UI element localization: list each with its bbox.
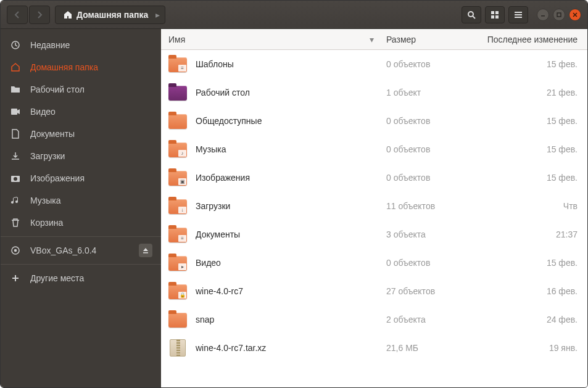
folder-icon: ↓ <box>168 197 189 215</box>
clock-icon <box>9 40 22 50</box>
chevron-right-icon: ▸ <box>153 10 162 20</box>
video-icon <box>9 107 22 117</box>
svg-rect-7 <box>515 17 522 18</box>
file-row[interactable]: ↓Загрузки11 объектовЧтв <box>161 192 587 220</box>
sidebar-item-label: Рабочий стол <box>30 85 85 94</box>
breadcrumb-label: Домашняя папка <box>77 10 148 20</box>
file-modified: 19 янв. <box>466 343 578 353</box>
music-icon <box>9 196 22 205</box>
view-grid-button[interactable] <box>485 6 505 23</box>
trash-icon <box>9 218 22 228</box>
sidebar-item-label: VBox_GAs_6.0.4 <box>30 246 96 255</box>
file-row[interactable]: 🔒wine-4.0-rc727 объектов16 фев. <box>161 277 587 305</box>
sidebar-item-pictures[interactable]: Изображения <box>1 167 161 189</box>
eject-button[interactable] <box>139 244 152 257</box>
sidebar-item-home[interactable]: Домашняя папка <box>1 56 161 78</box>
file-name: Документы <box>196 229 386 239</box>
breadcrumb[interactable]: Домашняя папка ▸ <box>55 6 165 24</box>
file-modified: 15 фев. <box>466 116 578 126</box>
sidebar-item-label: Корзина <box>30 218 63 228</box>
sidebar-item-label: Видео <box>30 107 56 117</box>
minimize-button[interactable] <box>537 9 549 21</box>
sidebar: НедавниеДомашняя папкаРабочий столВидеоД… <box>1 29 161 387</box>
file-row[interactable]: snap2 объекта24 фев. <box>161 305 587 334</box>
file-modified: 21:37 <box>466 229 578 239</box>
svg-rect-3 <box>491 15 494 19</box>
sort-descending-icon: ▾ <box>370 35 374 44</box>
file-row[interactable]: ♪Музыка0 объектов15 фев. <box>161 135 587 163</box>
folder-icon: ≡ <box>168 55 189 73</box>
file-modified: 15 фев. <box>466 258 578 268</box>
column-name[interactable]: Имя ▾ <box>168 35 386 44</box>
svg-rect-5 <box>515 12 522 13</box>
sidebar-item-desktop[interactable]: Рабочий стол <box>1 78 161 101</box>
file-name: Музыка <box>196 144 386 154</box>
doc-icon <box>9 129 22 139</box>
column-name-label: Имя <box>168 35 185 44</box>
file-modified: 15 фев. <box>466 173 578 183</box>
file-list: ≡Шаблоны0 объектов15 фев.Рабочий стол1 о… <box>161 50 587 387</box>
column-modified[interactable]: Последнее изменение <box>466 35 578 44</box>
svg-point-15 <box>15 250 17 252</box>
home-icon <box>63 10 73 20</box>
file-name: wine-4.0-rc7.tar.xz <box>196 343 386 353</box>
sidebar-item-vbox[interactable]: VBox_GAs_6.0.4 <box>1 239 161 262</box>
sidebar-item-other[interactable]: Другие места <box>1 267 161 289</box>
sidebar-item-label: Другие места <box>30 273 84 283</box>
column-size-label: Размер <box>386 35 416 44</box>
archive-icon <box>168 339 189 357</box>
sidebar-separator <box>1 236 161 237</box>
file-size: 0 объектов <box>386 59 466 69</box>
folder-icon: ♪ <box>168 140 189 159</box>
forward-button[interactable] <box>29 6 50 24</box>
maximize-button[interactable] <box>553 9 565 21</box>
home-icon <box>9 62 22 72</box>
file-modified: Чтв <box>466 201 578 211</box>
file-row[interactable]: ▸Видео0 объектов15 фев. <box>161 249 587 277</box>
sidebar-item-downloads[interactable]: Загрузки <box>1 145 161 167</box>
sidebar-item-label: Документы <box>30 129 75 139</box>
svg-rect-1 <box>491 11 494 14</box>
camera-icon <box>9 173 22 183</box>
folder-purple-icon <box>168 83 189 102</box>
file-name: Рабочий стол <box>196 88 386 97</box>
sidebar-item-label: Изображения <box>30 173 85 183</box>
back-button[interactable] <box>7 6 28 24</box>
sidebar-item-videos[interactable]: Видео <box>1 101 161 123</box>
titlebar: Домашняя папка ▸ <box>1 1 587 29</box>
folder-icon <box>168 310 189 329</box>
column-headers: Имя ▾ Размер Последнее изменение <box>161 29 587 50</box>
file-name: Загрузки <box>196 201 386 211</box>
file-modified: 21 фев. <box>466 88 578 97</box>
plus-icon <box>9 273 22 283</box>
file-row[interactable]: ≡Шаблоны0 объектов15 фев. <box>161 50 587 78</box>
file-row[interactable]: ▣Изображения0 объектов15 фев. <box>161 163 587 192</box>
file-size: 0 объектов <box>386 173 466 183</box>
svg-rect-2 <box>495 11 499 14</box>
main-content: Имя ▾ Размер Последнее изменение ≡Шаблон… <box>161 29 587 387</box>
sidebar-item-label: Домашняя папка <box>30 62 98 72</box>
file-size: 27 объектов <box>386 286 466 296</box>
menu-button[interactable] <box>508 6 528 23</box>
sidebar-item-label: Недавние <box>30 40 70 50</box>
file-modified: 16 фев. <box>466 286 578 296</box>
column-size[interactable]: Размер <box>386 35 466 44</box>
search-button[interactable] <box>462 6 481 23</box>
folder-icon <box>9 85 22 94</box>
svg-point-13 <box>14 177 17 181</box>
file-size: 2 объекта <box>386 315 466 324</box>
sidebar-item-label: Загрузки <box>30 151 65 161</box>
file-row[interactable]: ≡Документы3 объекта21:37 <box>161 220 587 249</box>
file-name: wine-4.0-rc7 <box>196 286 386 296</box>
sidebar-item-documents[interactable]: Документы <box>1 123 161 145</box>
file-size: 0 объектов <box>386 144 466 154</box>
close-button[interactable] <box>569 9 581 21</box>
sidebar-item-music[interactable]: Музыка <box>1 189 161 212</box>
sidebar-item-recent[interactable]: Недавние <box>1 34 161 56</box>
file-row[interactable]: wine-4.0-rc7.tar.xz21,6 МБ19 янв. <box>161 334 587 362</box>
file-row[interactable]: Рабочий стол1 объект21 фев. <box>161 78 587 107</box>
breadcrumb-home[interactable]: Домашняя папка <box>58 10 153 20</box>
file-row[interactable]: Общедоступные0 объектов15 фев. <box>161 107 587 135</box>
file-modified: 24 фев. <box>466 315 578 324</box>
sidebar-item-trash[interactable]: Корзина <box>1 212 161 234</box>
